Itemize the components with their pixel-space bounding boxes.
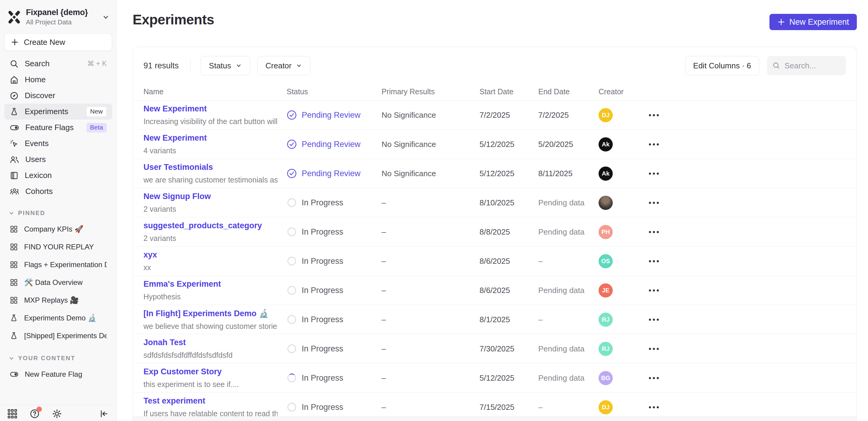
column-header-primary-results: Primary Results [381,87,479,96]
sidebar: Fixpanel {demo} All Project Data Create … [0,0,117,421]
create-new-button[interactable]: Create New [4,33,112,51]
creator-avatar: OS [598,254,613,268]
end-date: Pending data [538,344,598,354]
sidebar-item-lexicon[interactable]: Lexicon [4,167,112,184]
help-icon[interactable] [30,409,40,419]
gear-icon[interactable] [52,409,62,419]
start-date: 5/12/2025 [479,374,538,383]
in-progress-icon [287,227,297,237]
column-header-end-date: End Date [538,87,598,96]
collapse-sidebar-icon[interactable] [99,409,109,419]
experiment-link[interactable]: New Experiment [144,104,278,114]
start-date: 5/12/2025 [479,140,538,149]
sidebar-item-home[interactable]: Home [4,72,112,88]
experiment-link[interactable]: xyx [144,250,278,260]
primary-results: – [381,402,479,412]
board-icon [10,278,18,287]
row-menu-button[interactable] [642,289,666,292]
end-date: 7/2/2025 [538,110,598,120]
creator-avatar: RJ [598,313,613,327]
sidebar-item-experiments[interactable]: Experiments New [4,104,112,120]
in-progress-icon [287,344,297,354]
experiment-link[interactable]: New Experiment [144,133,278,143]
table-row: Exp Customer Storythis experiment is to … [133,363,857,393]
experiment-link[interactable]: suggested_products_category [144,221,278,230]
edit-columns-button[interactable]: Edit Columns · 6 [685,56,759,75]
pinned-item-data-overview[interactable]: 🛠️ Data Overview [4,273,112,291]
board-icon [10,225,18,233]
sidebar-item-cohorts[interactable]: Cohorts [4,184,112,199]
pinned-item-find-your-replay[interactable]: FIND YOUR REPLAY [4,238,112,256]
start-date: 7/30/2025 [479,344,538,354]
experiment-description: Increasing visibility of the cart button… [144,117,278,126]
creator-avatar: DJ [598,108,613,122]
toolbar-divider [190,59,190,72]
row-menu-button[interactable] [642,260,666,262]
column-header-status: Status [287,87,381,96]
row-menu-button[interactable] [642,202,666,204]
pinned-item-shipped-experiments-demo[interactable]: [Shipped] Experiments Demo ✏️ [4,327,112,345]
pinned-section-header[interactable]: PINNED [8,209,108,217]
table-row: New ExperimentIncreasing visibility of t… [133,101,857,130]
start-date: 8/1/2025 [479,315,538,324]
creator-avatar: PH [598,225,613,239]
end-date: Pending data [538,374,598,383]
plus-icon [777,18,785,26]
row-menu-button[interactable] [642,172,666,175]
chevron-down-icon [8,355,14,361]
apps-grid-icon[interactable] [7,409,18,419]
sidebar-item-search[interactable]: Search ⌘ + K [4,56,112,72]
status-filter-button[interactable]: Status [201,56,250,75]
table-row: suggested_products_category2 variants In… [133,218,857,247]
status-label: Pending Review [302,169,361,178]
row-menu-button[interactable] [642,114,666,116]
table-row: [In Flight] Experiments Demo 🔬we believe… [133,305,857,334]
experiment-link[interactable]: [In Flight] Experiments Demo 🔬 [144,309,278,318]
experiment-description: xx [144,263,278,272]
toggle-icon [10,370,19,379]
row-menu-button[interactable] [642,143,666,145]
creator-avatar: BG [598,371,613,385]
status-label: Pending Review [302,110,361,120]
results-count: 91 results [144,61,179,70]
row-menu-button[interactable] [642,319,666,321]
workspace-switcher[interactable]: Fixpanel {demo} All Project Data [0,0,116,32]
row-menu-button[interactable] [642,377,666,379]
table-search[interactable] [767,56,846,75]
experiment-link[interactable]: Test experiment [144,396,278,406]
row-menu-button[interactable] [642,406,666,408]
experiment-link[interactable]: Emma's Experiment [144,280,278,289]
start-date: 5/12/2025 [479,169,538,178]
start-date: 7/15/2025 [479,402,538,412]
pending-review-icon [287,139,297,149]
row-menu-button[interactable] [642,231,666,233]
end-date: Pending data [538,198,598,207]
new-badge: New [86,107,107,117]
flask-icon [10,331,18,340]
your-content-item-new-feature-flag[interactable]: New Feature Flag [4,365,112,383]
experiment-link[interactable]: New Signup Flow [144,192,278,201]
sidebar-item-feature-flags[interactable]: Feature Flags Beta [4,120,112,135]
sidebar-item-discover[interactable]: Discover [4,88,112,104]
in-progress-icon [287,256,297,266]
pinned-item-experiments-demo[interactable]: Experiments Demo 🔬 [4,309,112,327]
your-content-section-header[interactable]: YOUR CONTENT [8,355,108,362]
end-date: – [538,315,598,324]
horizontal-scrollbar-track[interactable] [133,417,857,421]
experiment-link[interactable]: Exp Customer Story [144,367,278,377]
pending-review-icon [287,168,297,179]
experiment-description: this experiment is to see if.... [144,380,278,389]
row-menu-button[interactable] [642,348,666,350]
experiment-description: we are sharing customer testimonials as … [144,175,278,184]
pinned-item-flags-experimentation-demo[interactable]: Flags + Experimentation Demo 🧪 [4,256,112,273]
pinned-item-company-kpis[interactable]: Company KPIs 🚀 [4,220,112,238]
sidebar-item-events[interactable]: Events [4,135,112,152]
experiment-link[interactable]: User Testimonials [144,163,278,172]
pinned-item-mxp-replays[interactable]: MXP Replays 🎥 [4,291,112,309]
creator-filter-button[interactable]: Creator [257,56,311,75]
sidebar-item-users[interactable]: Users [4,152,112,167]
chevron-down-icon [102,13,110,21]
search-input[interactable] [784,61,836,70]
experiment-link[interactable]: Jonah Test [144,338,278,347]
new-experiment-button[interactable]: New Experiment [770,14,857,30]
